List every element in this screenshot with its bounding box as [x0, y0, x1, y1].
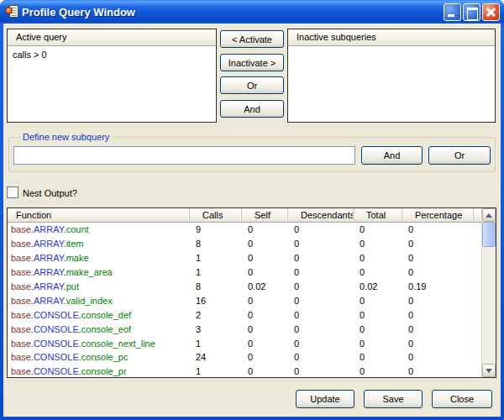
grid-column-header-filler	[474, 208, 481, 222]
function-feature: console_pr	[81, 366, 127, 376]
grid-cell-self: 0.02	[242, 281, 288, 291]
grid-cell-function: base.ARRAY.make_area	[8, 267, 190, 277]
and-transfer-button[interactable]: And	[220, 100, 284, 118]
arrow-up-icon	[486, 213, 492, 218]
grid-cell-calls: 1	[190, 366, 242, 376]
scroll-down-button[interactable]	[482, 364, 496, 377]
function-class: CONSOLE	[34, 366, 79, 376]
subquery-and-button[interactable]: And	[361, 146, 423, 165]
grid-cell-function: base.ARRAY.put	[8, 281, 190, 291]
grid-cell-percentage: 0	[402, 352, 474, 362]
inactivate-button[interactable]: Inactivate >	[220, 54, 284, 71]
grid-cell-self: 0	[242, 352, 288, 362]
grid-cell-calls: 1	[190, 267, 242, 277]
grid-row[interactable]: base.CONSOLE.console_def20000	[8, 307, 481, 322]
grid-row[interactable]: base.ARRAY.make10000	[8, 251, 481, 265]
save-button[interactable]: Save	[364, 390, 423, 408]
inactive-subqueries-list[interactable]: Inactive subqueries	[287, 29, 496, 123]
client-area: Active query calls > 0 < Activate Inacti…	[3, 24, 501, 417]
function-cluster: base	[11, 352, 31, 362]
grid-cell-function: base.ARRAY.make	[8, 253, 190, 263]
function-cluster: base	[11, 239, 31, 249]
grid-cell-percentage: 0	[402, 253, 474, 263]
function-feature: console_next_line	[81, 339, 155, 349]
grid-row[interactable]: base.ARRAY.count90000	[8, 223, 481, 237]
grid-cell-calls: 24	[190, 352, 242, 362]
grid-cell-self: 0	[242, 310, 288, 320]
active-query-list[interactable]: Active query calls > 0	[7, 29, 217, 123]
profile-results-grid[interactable]: FunctionCallsSelfDescendantsTotalPercent…	[7, 207, 496, 378]
grid-cell-function: base.ARRAY.valid_index	[8, 296, 190, 306]
grid-header-row: FunctionCallsSelfDescendantsTotalPercent…	[8, 208, 481, 223]
grid-cell-total: 0	[354, 352, 402, 362]
grid-cell-self: 0	[242, 366, 288, 376]
scrollbar-thumb[interactable]	[482, 222, 496, 247]
title-bar[interactable]: Profile Query Window	[0, 0, 504, 24]
close-button[interactable]: Close	[432, 390, 492, 408]
grid-row[interactable]: base.CONSOLE.console_eof30000	[8, 322, 481, 336]
grid-body[interactable]: base.ARRAY.count90000base.ARRAY.item8000…	[8, 223, 481, 377]
grid-cell-self: 0	[242, 339, 288, 349]
grid-cell-percentage: 0	[402, 296, 474, 306]
grid-column-header-self: Self	[242, 208, 288, 222]
maximize-button[interactable]	[463, 3, 480, 21]
grid-cell-calls: 3	[190, 324, 242, 334]
nest-output-checkbox[interactable]	[7, 186, 18, 198]
minimize-button[interactable]	[444, 3, 461, 21]
grid-cell-calls: 8	[190, 281, 242, 291]
function-cluster: base	[11, 281, 31, 291]
grid-cell-total: 0	[354, 339, 402, 349]
function-class: CONSOLE	[34, 324, 79, 334]
grid-cell-calls: 2	[190, 310, 242, 320]
function-cluster: base	[11, 310, 31, 320]
grid-cell-function: base.CONSOLE.console_def	[8, 310, 190, 320]
grid-cell-self: 0	[242, 324, 288, 334]
function-feature: put	[66, 281, 79, 291]
grid-cell-descendants: 0	[288, 224, 354, 234]
function-cluster: base	[11, 253, 31, 263]
grid-row[interactable]: base.ARRAY.put80.0200.020.19	[8, 280, 481, 294]
grid-cell-calls: 9	[190, 224, 242, 234]
grid-cell-total: 0	[354, 366, 402, 376]
grid-cell-percentage: 0	[402, 339, 474, 349]
window-title: Profile Query Window	[22, 6, 444, 18]
grid-row[interactable]: base.CONSOLE.console_pr10000	[8, 365, 481, 377]
grid-cell-descendants: 0	[288, 366, 354, 376]
grid-cell-calls: 1	[190, 253, 242, 263]
grid-cell-self: 0	[242, 267, 288, 277]
function-feature: console_def	[81, 310, 131, 320]
app-icon	[5, 5, 18, 18]
subquery-input[interactable]	[13, 146, 355, 165]
inactive-subqueries-body[interactable]	[288, 46, 495, 122]
grid-row[interactable]: base.CONSOLE.console_next_line10000	[8, 336, 481, 350]
active-query-body[interactable]: calls > 0	[8, 46, 216, 122]
function-class: ARRAY	[34, 253, 64, 263]
grid-row[interactable]: base.ARRAY.make_area10000	[8, 265, 481, 280]
subquery-or-button[interactable]: Or	[428, 146, 491, 165]
grid-scrollbar[interactable]	[481, 208, 496, 377]
function-cluster: base	[11, 339, 31, 349]
inactive-subqueries-header: Inactive subqueries	[288, 29, 495, 46]
function-feature: valid_index	[66, 296, 113, 306]
nest-output-label: Nest Output?	[23, 188, 77, 198]
update-button[interactable]: Update	[296, 390, 354, 408]
grid-row[interactable]: base.CONSOLE.console_pc240000	[8, 350, 481, 365]
grid-cell-calls: 8	[190, 239, 242, 249]
grid-cell-descendants: 0	[288, 339, 354, 349]
scroll-up-button[interactable]	[482, 208, 496, 222]
or-transfer-button[interactable]: Or	[220, 76, 284, 94]
grid-cell-percentage: 0	[402, 224, 474, 234]
grid-cell-total: 0.02	[354, 281, 402, 291]
arrow-down-icon	[486, 369, 492, 373]
scrollbar-track[interactable]	[482, 222, 496, 364]
active-query-header: Active query	[8, 29, 216, 46]
close-window-button[interactable]	[482, 3, 500, 21]
active-query-item[interactable]: calls > 0	[8, 49, 216, 60]
grid-cell-percentage: 0	[402, 324, 474, 334]
function-class: CONSOLE	[34, 310, 79, 320]
grid-row[interactable]: base.ARRAY.item80000	[8, 237, 481, 251]
grid-cell-descendants: 0	[288, 281, 354, 291]
grid-cell-total: 0	[354, 324, 402, 334]
grid-row[interactable]: base.ARRAY.valid_index160000	[8, 293, 481, 307]
activate-button[interactable]: < Activate	[220, 30, 284, 48]
